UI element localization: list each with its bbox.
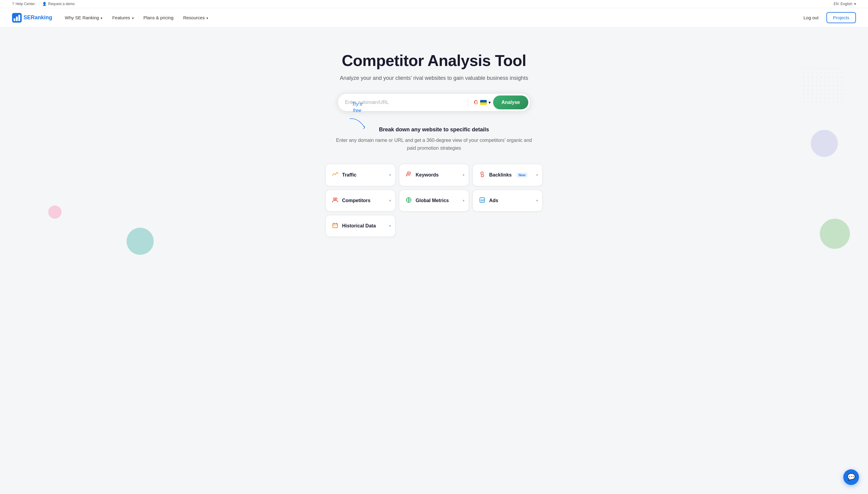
- google-icon: G: [474, 99, 478, 106]
- why-chevron-icon: [100, 15, 103, 20]
- hero-subtitle: Analyze your and your clients' rival web…: [6, 75, 862, 81]
- nav-features[interactable]: Features: [108, 13, 138, 23]
- try-free-arrow: [347, 116, 368, 131]
- request-demo-label: Request a demo: [48, 2, 75, 6]
- card-historical-data[interactable]: Historical Data ▾: [326, 215, 395, 237]
- svg-point-7: [335, 198, 337, 200]
- decorative-green-circle: [820, 219, 850, 249]
- ads-label: Ads: [489, 198, 498, 203]
- projects-button[interactable]: Projects: [826, 12, 856, 23]
- ads-chevron-icon: ▾: [536, 198, 538, 203]
- global-metrics-icon: [405, 197, 412, 205]
- decorative-pink-circle: [48, 205, 61, 219]
- historical-data-icon: [332, 222, 338, 230]
- chevron-down-icon: ▾: [854, 2, 856, 6]
- decorative-teal-circle: [127, 228, 154, 255]
- backlinks-icon: [479, 171, 485, 179]
- chat-icon: 💬: [847, 473, 855, 481]
- keywords-label: Keywords: [415, 172, 439, 178]
- card-traffic[interactable]: Traffic ▾: [326, 164, 395, 186]
- nav-resources-label: Resources: [183, 15, 205, 20]
- svg-rect-3: [18, 15, 20, 21]
- try-free-text: Try it free: [347, 101, 368, 114]
- svg-rect-1: [14, 18, 15, 21]
- chat-button[interactable]: 💬: [843, 469, 859, 485]
- traffic-chevron-icon: ▾: [389, 173, 391, 177]
- ukraine-flag-icon: [480, 100, 487, 105]
- competitors-icon: [332, 197, 338, 205]
- lang-name: English: [841, 2, 852, 6]
- global-metrics-chevron-icon: ▾: [463, 198, 464, 203]
- ads-icon: [479, 197, 485, 205]
- nav-items: Why SE Ranking Features Plans & pricing …: [60, 13, 797, 23]
- traffic-icon: [332, 171, 338, 179]
- logout-button[interactable]: Log out: [799, 13, 823, 23]
- new-badge: New: [517, 173, 528, 177]
- logo[interactable]: SERanking: [12, 13, 52, 23]
- main-nav: SERanking Why SE Ranking Features Plans …: [0, 8, 868, 27]
- logo-se: SE: [23, 15, 31, 20]
- hero-section: Try it free Competitor Analysis Tool Ana…: [0, 27, 868, 255]
- card-ads[interactable]: Ads ▾: [473, 190, 542, 211]
- breakdown-description: Enter any domain name or URL and get a 3…: [335, 136, 533, 152]
- help-center-link[interactable]: ? Help Center: [12, 2, 35, 6]
- card-competitors[interactable]: Competitors ▾: [326, 190, 395, 211]
- person-icon: 👤: [42, 2, 47, 6]
- analyse-button[interactable]: Analyse: [493, 95, 528, 109]
- historical-data-chevron-icon: ▾: [389, 224, 391, 228]
- decorative-blue-circle: [811, 130, 838, 157]
- svg-rect-11: [333, 224, 337, 228]
- features-chevron-icon: [131, 15, 134, 20]
- feature-cards-grid: Traffic ▾ Keywords ▾: [319, 164, 549, 237]
- traffic-label: Traffic: [342, 172, 356, 178]
- card-backlinks[interactable]: Backlinks New ▾: [473, 164, 542, 186]
- search-divider: [468, 98, 468, 107]
- decorative-dots: [802, 66, 844, 103]
- try-free-annotation: Try it free: [347, 101, 368, 133]
- language-selector[interactable]: EN English ▾: [834, 2, 856, 6]
- logo-icon: [12, 13, 22, 23]
- nav-features-label: Features: [112, 15, 130, 20]
- card-keywords[interactable]: Keywords ▾: [399, 164, 469, 186]
- top-bar: ? Help Center 👤 Request a demo EN Englis…: [0, 0, 868, 8]
- resources-chevron-icon: [206, 15, 208, 20]
- keywords-chevron-icon: ▾: [463, 173, 464, 177]
- svg-point-4: [337, 173, 338, 174]
- nav-why-se-ranking[interactable]: Why SE Ranking: [60, 13, 107, 23]
- top-bar-left: ? Help Center 👤 Request a demo: [12, 2, 75, 6]
- lang-code: EN: [834, 2, 839, 6]
- help-center-label: Help Center: [16, 2, 35, 6]
- nav-right: Log out Projects: [799, 12, 856, 23]
- competitors-label: Competitors: [342, 198, 370, 203]
- competitors-chevron-icon: ▾: [389, 198, 391, 203]
- request-demo-link[interactable]: 👤 Request a demo: [42, 2, 75, 6]
- google-country-selector[interactable]: G ▾: [472, 98, 493, 107]
- svg-rect-2: [16, 17, 18, 21]
- historical-data-label: Historical Data: [342, 223, 376, 229]
- card-global-metrics[interactable]: Global Metrics ▾: [399, 190, 469, 211]
- nav-why-label: Why SE Ranking: [65, 15, 99, 20]
- nav-plans-pricing[interactable]: Plans & pricing: [139, 13, 178, 23]
- hero-title: Competitor Analysis Tool: [6, 52, 862, 70]
- keywords-icon: [405, 171, 412, 179]
- backlinks-chevron-icon: ▾: [536, 173, 538, 177]
- logo-ranking: Ranking: [31, 15, 52, 20]
- global-metrics-label: Global Metrics: [415, 198, 449, 203]
- help-icon: ?: [12, 2, 14, 6]
- svg-point-6: [333, 198, 335, 200]
- country-chevron-icon: ▾: [488, 100, 491, 105]
- nav-resources[interactable]: Resources: [179, 13, 213, 23]
- nav-plans-label: Plans & pricing: [144, 15, 173, 20]
- logo-text: SERanking: [23, 15, 52, 21]
- backlinks-label: Backlinks: [489, 172, 512, 178]
